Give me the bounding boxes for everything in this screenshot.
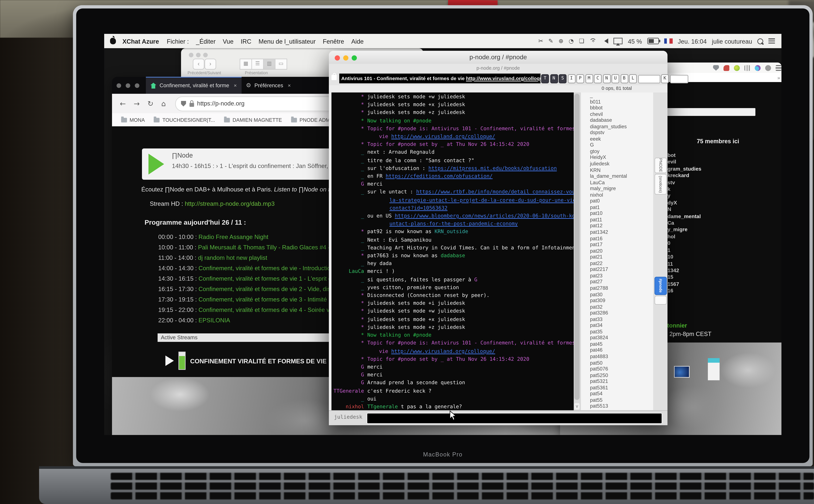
stream-play-icon[interactable]: [165, 356, 174, 366]
extension-green-icon[interactable]: [734, 65, 740, 71]
wifi-icon[interactable]: [589, 38, 597, 44]
chat-nick[interactable]: _: [331, 395, 367, 403]
chat-nick[interactable]: *: [331, 117, 367, 125]
user-list-item[interactable]: pat21: [581, 254, 654, 260]
chat-nick[interactable]: _: [331, 276, 367, 284]
scrollbar-thumb[interactable]: [574, 94, 580, 400]
user-list-item[interactable]: pat12: [581, 223, 654, 229]
user-list-item[interactable]: pat50: [581, 360, 654, 366]
user-list-item[interactable]: pat35: [581, 329, 654, 335]
chat-nick[interactable]: _: [331, 157, 367, 165]
chat-nick[interactable]: G: [331, 371, 367, 379]
mode-button-s2[interactable]: S: [559, 74, 567, 83]
bookmark-item[interactable]: TOUCHDESIGNER|T...: [154, 117, 215, 123]
chat-nick[interactable]: *: [331, 101, 367, 109]
user-list-item[interactable]: b011: [581, 99, 654, 105]
user-list-item[interactable]: pat55: [581, 397, 654, 403]
menubar-menu[interactable]: Menu de l_utilisateur: [259, 37, 316, 45]
chat-nick[interactable]: *: [331, 125, 367, 133]
menu-bar-clock[interactable]: Jeu. 16:04: [678, 37, 707, 45]
window-minimize-button[interactable]: [126, 83, 130, 88]
scissors-icon[interactable]: ✂: [538, 38, 543, 44]
chat-link[interactable]: https://www.bloomberg.com/news/articles/…: [395, 213, 574, 219]
user-list-item[interactable]: gtoy: [581, 148, 654, 155]
user-list-item[interactable]: pat5361: [581, 385, 654, 391]
user-list-item[interactable]: pat16: [581, 235, 654, 242]
user-list-item[interactable]: pat30: [581, 291, 654, 298]
bookmark-item[interactable]: PNODE ADMIN: [291, 117, 335, 123]
tab-pnode-channel-active[interactable]: #pnode: [654, 277, 667, 295]
user-list-item[interactable]: pat54: [581, 391, 654, 397]
mode-button-l10[interactable]: L: [629, 74, 637, 83]
message-input-field[interactable]: [367, 413, 662, 424]
chat-nick[interactable]: *: [331, 324, 367, 332]
search-icon[interactable]: [757, 38, 763, 44]
chat-nick[interactable]: _: [331, 149, 367, 157]
bookmarks-overflow-icon[interactable]: »: [777, 75, 781, 80]
chat-nick[interactable]: *: [331, 355, 367, 363]
chat-nick[interactable]: _: [331, 260, 367, 268]
chat-nick[interactable]: LauCa: [331, 268, 367, 276]
mode-button-n1[interactable]: N: [550, 74, 558, 83]
user-list-item[interactable]: pat5321: [581, 378, 654, 385]
finder-view-columns-button[interactable]: ▥: [263, 59, 275, 70]
user-list-item[interactable]: G: [581, 142, 654, 148]
user-list-item[interactable]: pat3286: [581, 310, 654, 316]
tab-snotices[interactable]: (snotices): [654, 174, 667, 195]
container-tabs-icon[interactable]: [755, 65, 761, 71]
chat-nick[interactable]: [331, 220, 367, 228]
window-zoom-button[interactable]: [135, 83, 139, 88]
tab-confinement[interactable]: Confinement, viralité et forme ×: [146, 77, 241, 94]
tab-close-icon[interactable]: ×: [288, 82, 291, 88]
user-list-item[interactable]: eeek: [581, 136, 654, 142]
mode-button-i3[interactable]: I: [568, 74, 575, 83]
mode-button-m5[interactable]: M: [585, 74, 593, 83]
stream-url-link[interactable]: http://stream.p-node.org/dab.mp3: [185, 201, 275, 207]
bookmark-item[interactable]: DAMIEN MAGNETTE: [224, 117, 282, 123]
user-list-item[interactable]: pat32: [581, 304, 654, 310]
topic-url[interactable]: http://www.virusland.org/colloque/: [466, 76, 540, 81]
user-list-item[interactable]: dadabase: [581, 117, 654, 124]
menubar-menu[interactable]: IRC: [241, 37, 251, 45]
key-button[interactable]: K: [661, 74, 669, 83]
chat-nick[interactable]: *: [331, 316, 367, 324]
chat-nick[interactable]: TTGenerale: [331, 387, 367, 395]
user-list-item[interactable]: pat2788: [581, 285, 654, 291]
chat-link[interactable]: http://www.virusland.org/colloque/: [391, 133, 495, 139]
chat-nick[interactable]: _: [331, 173, 367, 181]
thumbnail-image[interactable]: [674, 366, 690, 378]
mode-button-b9[interactable]: B: [620, 74, 628, 83]
battery-icon[interactable]: [647, 38, 659, 44]
chat-nick[interactable]: _: [331, 236, 367, 244]
user-list-item[interactable]: pat5513: [581, 403, 654, 409]
user-list-item[interactable]: pat4883: [581, 354, 654, 360]
chat-nick[interactable]: [331, 204, 367, 212]
french-flag-icon[interactable]: [664, 38, 673, 44]
chat-nick[interactable]: *: [331, 141, 367, 149]
user-list-item[interactable]: pat309: [581, 298, 654, 304]
user-list-item[interactable]: pat23: [581, 273, 654, 279]
mode-button-n7[interactable]: N: [603, 74, 611, 83]
chat-nick[interactable]: _: [331, 189, 367, 196]
mini-card-image[interactable]: [708, 358, 720, 380]
mode-button-c6[interactable]: C: [594, 74, 602, 83]
chat-nick[interactable]: [331, 133, 367, 141]
user-list-item[interactable]: chevil: [581, 111, 654, 117]
mode-button-t0[interactable]: T: [541, 74, 549, 83]
user-list-item[interactable]: nixhol: [581, 192, 654, 198]
finder-view-grid-button[interactable]: ▦: [240, 59, 252, 70]
user-list-item[interactable]: juliedesk: [581, 161, 654, 167]
chat-nick[interactable]: _: [331, 212, 367, 220]
chat-nick[interactable]: G: [331, 181, 367, 189]
apple-menu-icon[interactable]: [110, 38, 116, 44]
chat-link[interactable]: https://mitpress.mit.edu/books/obfuscati…: [428, 165, 557, 171]
tracking-shield-icon[interactable]: [181, 101, 186, 106]
menubar-menu[interactable]: Aide: [351, 37, 364, 45]
chat-log[interactable]: *juliedesk sets mode +w juliedesk*julied…: [331, 92, 574, 411]
finder-zoom-button[interactable]: [203, 53, 208, 57]
chat-bubble-icon[interactable]: ❏: [579, 38, 584, 44]
user-list-item[interactable]: pat20: [581, 248, 654, 254]
shield-icon[interactable]: [713, 65, 719, 71]
chat-link[interactable]: https://cfeditions.com/obfuscation/: [386, 173, 493, 179]
server-tab-pnode[interactable]: PNODE: [654, 158, 667, 173]
